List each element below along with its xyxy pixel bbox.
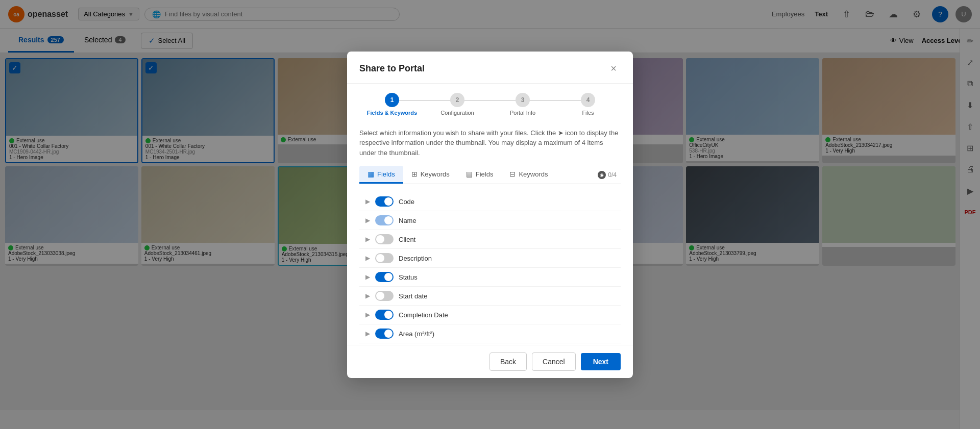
modal-title: Share to Portal	[359, 63, 425, 74]
counter-badge: ◉ 0/4	[594, 171, 621, 179]
stepper: 1 Fields & Keywords 2 Configuration 3 Po…	[347, 84, 633, 120]
tab-keywords-2[interactable]: ⊟ Keywords	[501, 166, 556, 184]
next-button[interactable]: Next	[581, 353, 621, 370]
step-1: 1 Fields & Keywords	[359, 93, 425, 116]
modal-body: Select which information you wish to sha…	[347, 120, 633, 345]
field-label-name: Name	[399, 217, 416, 224]
field-row-code: ▶ Code	[359, 192, 621, 211]
table-icon-1: ▦	[368, 170, 374, 178]
step-label-2: Configuration	[440, 110, 474, 116]
field-label-area: Area (m²/ft²)	[399, 330, 434, 338]
field-label-completiondate: Completion Date	[399, 311, 448, 319]
step-2: 2 Configuration	[425, 93, 490, 116]
expand-arrow-client[interactable]: ▶	[365, 236, 370, 243]
field-row-description: ▶ Description	[359, 249, 621, 268]
step-3: 3 Portal Info	[490, 93, 555, 116]
modal-description: Select which information you wish to sha…	[359, 128, 621, 158]
expand-arrow-status[interactable]: ▶	[365, 273, 370, 281]
tag-icon-2: ⊟	[509, 170, 516, 178]
toggle-client[interactable]	[375, 234, 394, 244]
modal-footer: Back Cancel Next	[347, 345, 633, 378]
field-label-client: Client	[399, 236, 415, 243]
field-list: ▶ Code ▶ Name ▶ Client ▶	[359, 192, 621, 345]
tag-icon-1: ⊞	[411, 170, 418, 178]
expand-arrow-completiondate[interactable]: ▶	[365, 311, 370, 318]
step-circle-3: 3	[516, 93, 530, 107]
tab-row: ▦ Fields ⊞ Keywords ▤ Fields ⊟ Keywords …	[359, 166, 621, 184]
back-button[interactable]: Back	[489, 352, 527, 371]
field-label-status: Status	[399, 273, 418, 281]
expand-arrow-code[interactable]: ▶	[365, 198, 370, 205]
cancel-button[interactable]: Cancel	[532, 352, 576, 371]
tab-keywords-1-label: Keywords	[421, 170, 450, 178]
toggle-startdate[interactable]	[375, 291, 394, 301]
modal-overlay: Share to Portal × 1 Fields & Keywords 2 …	[0, 0, 980, 429]
field-row-client: ▶ Client	[359, 230, 621, 249]
counter-icon: ◉	[598, 171, 606, 179]
table-icon-2: ▤	[466, 170, 473, 178]
share-to-portal-modal: Share to Portal × 1 Fields & Keywords 2 …	[347, 52, 633, 378]
field-label-code: Code	[399, 198, 414, 206]
step-circle-2: 2	[450, 93, 464, 107]
toggle-status[interactable]	[375, 272, 394, 282]
toggle-completiondate[interactable]	[375, 310, 394, 320]
tab-keywords-2-label: Keywords	[519, 170, 548, 178]
tab-fields-2[interactable]: ▤ Fields	[458, 166, 502, 184]
tab-fields-1[interactable]: ▦ Fields	[359, 166, 403, 184]
step-label-1: Fields & Keywords	[367, 110, 417, 116]
expand-arrow-startdate[interactable]: ▶	[365, 292, 370, 299]
step-label-4: Files	[582, 110, 594, 116]
field-row-area: ▶ Area (m²/ft²)	[359, 324, 621, 343]
counter-value: 0/4	[608, 171, 617, 179]
step-4: 4 Files	[555, 93, 621, 116]
tab-keywords-1[interactable]: ⊞ Keywords	[403, 166, 458, 184]
field-label-startdate: Start date	[399, 292, 427, 300]
step-label-3: Portal Info	[510, 110, 535, 116]
expand-arrow-area[interactable]: ▶	[365, 330, 370, 337]
tab-fields-1-label: Fields	[377, 170, 395, 178]
field-row-status: ▶ Status	[359, 268, 621, 287]
field-row-architect: ▶ Architect	[359, 343, 621, 345]
field-row-name: ▶ Name	[359, 211, 621, 230]
toggle-description[interactable]	[375, 253, 394, 263]
tab-fields-2-label: Fields	[476, 170, 494, 178]
expand-arrow-name[interactable]: ▶	[365, 217, 370, 224]
toggle-name[interactable]	[375, 215, 394, 225]
expand-arrow-description[interactable]: ▶	[365, 255, 370, 262]
modal-header: Share to Portal ×	[347, 52, 633, 84]
field-row-startdate: ▶ Start date	[359, 287, 621, 306]
toggle-code[interactable]	[375, 196, 394, 207]
modal-close-button[interactable]: ×	[606, 62, 621, 76]
field-row-completiondate: ▶ Completion Date	[359, 306, 621, 324]
step-circle-4: 4	[581, 93, 595, 107]
toggle-area[interactable]	[375, 329, 394, 339]
field-label-description: Description	[399, 255, 432, 262]
step-circle-1: 1	[385, 93, 399, 107]
